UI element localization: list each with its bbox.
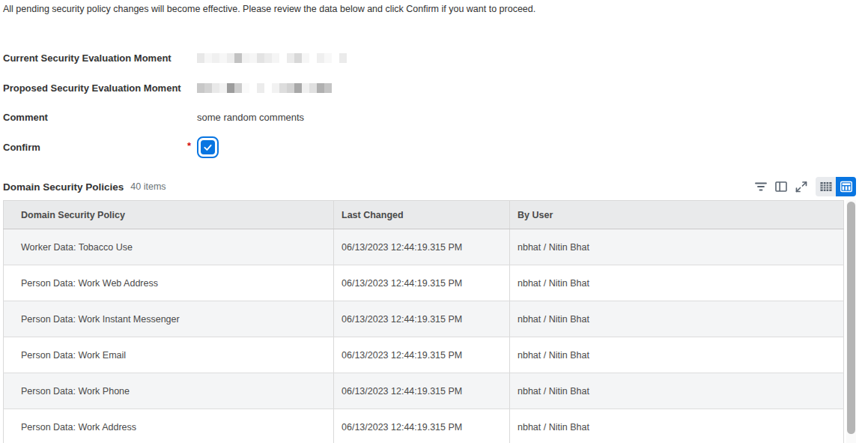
filter-icon: [753, 179, 768, 194]
last-changed-cell: 06/13/2023 12:44:19.315 PM: [334, 373, 510, 409]
last-changed-cell: 06/13/2023 12:44:19.315 PM: [334, 301, 510, 337]
domain-security-policies-table: Domain Security Policy Last Changed By U…: [3, 200, 844, 443]
field-comment: Comment some random comments: [3, 112, 868, 123]
comment-value: some random comments: [197, 112, 304, 123]
expand-icon: [794, 179, 809, 194]
field-confirm: Confirm *: [3, 136, 868, 158]
expand-button[interactable]: [792, 177, 811, 196]
comment-label: Comment: [3, 112, 197, 123]
redacted-value: [197, 83, 332, 93]
confirm-checkbox[interactable]: [201, 140, 215, 154]
required-asterisk: *: [187, 140, 191, 151]
table-header-row: Domain Security Policy Last Changed By U…: [4, 201, 844, 229]
by-user-cell: nbhat / Nitin Bhat: [510, 265, 844, 301]
table-row[interactable]: Person Data: Work Web Address 06/13/2023…: [4, 265, 844, 301]
vertical-scrollbar[interactable]: [846, 200, 856, 443]
policies-section-header: Domain Security Policies 40 items: [3, 176, 856, 197]
column-header-last-changed[interactable]: Last Changed: [334, 201, 510, 229]
table-row[interactable]: Person Data: Work Address 06/13/2023 12:…: [4, 409, 844, 443]
policy-cell: Person Data: Work Email: [4, 337, 334, 373]
policy-cell: Person Data: Work Web Address: [4, 265, 334, 301]
grid-compact-view-button[interactable]: [816, 177, 836, 196]
grid-expanded-view-button[interactable]: [836, 177, 856, 196]
confirm-checkbox-focus-ring: [197, 136, 219, 158]
by-user-cell: nbhat / Nitin Bhat: [510, 337, 844, 373]
table-row[interactable]: Person Data: Work Phone 06/13/2023 12:44…: [4, 373, 844, 409]
last-changed-cell: 06/13/2023 12:44:19.315 PM: [334, 229, 510, 265]
freeze-columns-button[interactable]: [771, 177, 791, 196]
field-proposed-evaluation-moment: Proposed Security Evaluation Moment: [3, 82, 868, 94]
column-header-by-user[interactable]: By User: [510, 201, 844, 229]
policy-cell: Person Data: Work Phone: [4, 373, 334, 409]
by-user-cell: nbhat / Nitin Bhat: [510, 229, 844, 265]
items-count: 40 items: [130, 181, 166, 192]
by-user-cell: nbhat / Nitin Bhat: [510, 301, 844, 337]
current-moment-value-redacted: [197, 52, 347, 63]
instruction-text: All pending security policy changes will…: [3, 4, 868, 15]
grid-view-toggle: [816, 177, 856, 196]
scrollbar-thumb[interactable]: [847, 202, 855, 434]
checkmark-icon: [202, 142, 213, 153]
freeze-columns-icon: [774, 179, 789, 194]
proposed-moment-value-redacted: [197, 82, 332, 93]
filter-button[interactable]: [751, 177, 771, 196]
redacted-value: [197, 53, 347, 63]
proposed-moment-label: Proposed Security Evaluation Moment: [3, 82, 197, 94]
section-title: Domain Security Policies: [3, 181, 124, 193]
last-changed-cell: 06/13/2023 12:44:19.315 PM: [334, 265, 510, 301]
grid-expanded-icon: [839, 179, 854, 194]
current-moment-label: Current Security Evaluation Moment: [3, 52, 197, 64]
policy-cell: Worker Data: Tobacco Use: [4, 229, 334, 265]
table-row[interactable]: Worker Data: Tobacco Use 06/13/2023 12:4…: [4, 229, 844, 265]
confirm-label: Confirm: [3, 142, 197, 153]
table-row[interactable]: Person Data: Work Email 06/13/2023 12:44…: [4, 337, 844, 373]
by-user-cell: nbhat / Nitin Bhat: [510, 409, 844, 443]
field-current-evaluation-moment: Current Security Evaluation Moment: [3, 52, 868, 64]
table-toolbar: [751, 177, 856, 196]
column-header-policy[interactable]: Domain Security Policy: [4, 201, 334, 229]
last-changed-cell: 06/13/2023 12:44:19.315 PM: [334, 409, 510, 443]
by-user-cell: nbhat / Nitin Bhat: [510, 373, 844, 409]
policy-cell: Person Data: Work Address: [4, 409, 334, 443]
last-changed-cell: 06/13/2023 12:44:19.315 PM: [334, 337, 510, 373]
confirm-security-changes-page: All pending security policy changes will…: [0, 0, 868, 443]
table-row[interactable]: Person Data: Work Instant Messenger 06/1…: [4, 301, 844, 337]
grid-compact-icon: [819, 179, 834, 194]
policies-table-container: Domain Security Policy Last Changed By U…: [3, 200, 856, 443]
policy-cell: Person Data: Work Instant Messenger: [4, 301, 334, 337]
